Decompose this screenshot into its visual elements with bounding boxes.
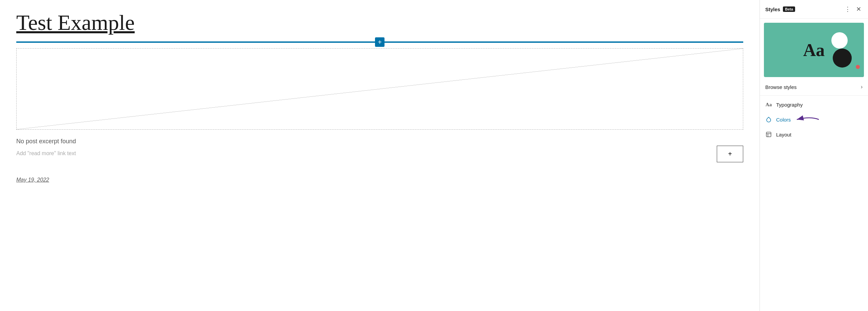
layout-icon	[765, 131, 772, 138]
close-sidebar-button[interactable]: ✕	[855, 4, 863, 14]
add-block-button[interactable]: +	[375, 37, 384, 47]
style-preview-circle-white	[831, 32, 848, 49]
colors-label: Colors	[776, 114, 821, 125]
sidebar-item-colors[interactable]: Colors	[760, 111, 868, 128]
block-separator: +	[16, 41, 743, 43]
post-date: May 19, 2022	[16, 177, 743, 183]
image-placeholder-block	[16, 48, 743, 130]
style-preview-circle-dark	[833, 49, 852, 68]
post-excerpt-text: No post excerpt found	[16, 138, 743, 145]
main-content: Test Example + No post excerpt found Add…	[0, 0, 760, 311]
style-preview-aa-text: Aa	[803, 40, 825, 60]
browse-styles-row[interactable]: Browse styles ›	[760, 81, 868, 96]
style-preview-dot-red	[856, 65, 860, 69]
layout-label: Layout	[776, 132, 791, 138]
colors-droplet-icon	[765, 116, 772, 123]
read-more-text: Add "read more" link text	[16, 150, 743, 157]
add-block-rect-button[interactable]: +	[717, 146, 743, 162]
typography-icon: Aa	[765, 102, 772, 108]
sidebar-item-layout[interactable]: Layout	[760, 128, 868, 141]
sidebar-item-typography[interactable]: Aa Typography	[760, 98, 868, 111]
styles-sidebar: Styles Beta ⋮ ✕ Aa Browse styles › Aa Ty…	[760, 0, 868, 311]
chevron-right-icon: ›	[861, 84, 863, 90]
svg-rect-1	[766, 132, 771, 137]
sidebar-title: Styles	[765, 6, 780, 12]
typography-label: Typography	[776, 102, 803, 108]
browse-styles-label: Browse styles	[765, 84, 797, 90]
style-preview-thumbnail: Aa	[764, 23, 864, 77]
page-title: Test Example	[16, 11, 743, 35]
beta-badge: Beta	[783, 6, 795, 12]
more-options-button[interactable]: ⋮	[843, 4, 852, 14]
sidebar-menu: Aa Typography Colors	[760, 96, 868, 144]
colors-arrow-annotation	[793, 114, 821, 125]
sidebar-header: Styles Beta ⋮ ✕	[760, 0, 868, 19]
